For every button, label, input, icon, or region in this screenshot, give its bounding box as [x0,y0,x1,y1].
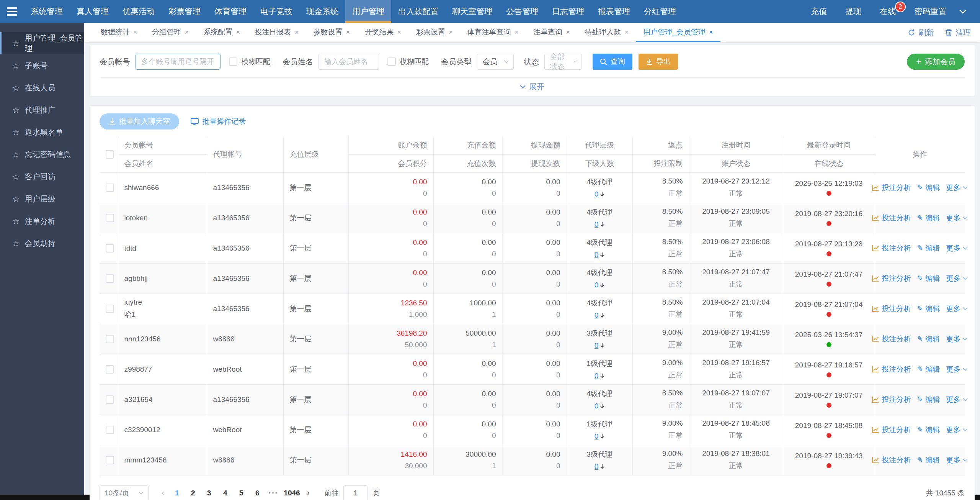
sidebar-item[interactable]: ☆ 在线人员 [0,77,84,99]
tab[interactable]: 投注日报表 × [247,23,306,42]
status-select[interactable]: 全部状态 [544,54,582,70]
row-checkbox[interactable] [106,365,114,374]
goto-page-input[interactable] [343,485,368,500]
sidebar-item[interactable]: ☆ 忘记密码信息 [0,143,84,166]
sidebar-item[interactable]: ☆ 用户管理_会员管理 [0,32,84,54]
sidebar-item[interactable]: ☆ 子账号 [0,54,84,77]
bet-analysis-link[interactable]: 投注分析 [872,334,911,344]
more-link[interactable]: 更多 [946,243,968,253]
edit-link[interactable]: ✎ 编辑 [917,213,940,223]
edit-link[interactable]: ✎ 编辑 [917,183,940,193]
page-number-button[interactable]: 6 [249,485,265,500]
nav-item[interactable]: 聊天室管理 [445,0,499,23]
bet-analysis-link[interactable]: 投注分析 [872,274,911,284]
row-checkbox[interactable] [106,214,114,222]
more-link[interactable]: 更多 [946,274,968,284]
tab[interactable]: 系统配置 × [196,23,247,42]
bet-analysis-link[interactable]: 投注分析 [872,243,911,253]
page-number-button[interactable]: 1 [169,485,185,500]
subordinates-link[interactable]: 0 [595,462,605,471]
user-dropdown-toggle[interactable] [956,0,970,23]
batch-join-chat-button[interactable]: 批量加入聊天室 [100,113,179,130]
edit-link[interactable]: ✎ 编辑 [917,274,940,284]
page-number-button[interactable]: 3 [201,485,217,500]
tab[interactable]: 开奖结果 × [358,23,409,42]
nav-item[interactable]: 公告管理 [499,0,545,23]
more-link[interactable]: 更多 [946,425,968,435]
nav-item[interactable]: 优惠活动 [116,0,162,23]
nav-right-item[interactable]: 密码重置 [905,0,956,23]
tab[interactable]: 彩票设置 × [409,23,460,42]
nav-item[interactable]: 真人管理 [70,0,116,23]
nav-item[interactable]: 体育管理 [207,0,253,23]
close-icon[interactable]: × [449,28,453,36]
hamburger-menu-icon[interactable] [0,0,24,23]
close-icon[interactable]: × [566,28,570,36]
close-icon[interactable]: × [346,28,350,36]
bet-analysis-link[interactable]: 投注分析 [872,395,911,405]
edit-link[interactable]: ✎ 编辑 [917,364,940,374]
bet-analysis-link[interactable]: 投注分析 [872,183,911,193]
more-link[interactable]: 更多 [946,395,968,405]
close-icon[interactable]: × [709,28,713,36]
member-account-input[interactable] [136,54,220,70]
tab[interactable]: 参数设置 × [306,23,357,42]
tab[interactable]: 体育注单查询 × [460,23,526,42]
subordinates-link[interactable]: 0 [595,251,605,259]
subordinates-link[interactable]: 0 [595,432,605,441]
bet-analysis-link[interactable]: 投注分析 [872,304,911,314]
refresh-button[interactable]: 刷新 [908,28,934,38]
subordinates-link[interactable]: 0 [595,372,605,380]
edit-link[interactable]: ✎ 编辑 [917,304,940,314]
close-icon[interactable]: × [624,28,629,36]
fuzzy-match-checkbox[interactable] [229,57,237,66]
member-type-select[interactable]: 会员 [477,54,514,70]
bet-analysis-link[interactable]: 投注分析 [872,213,911,223]
edit-link[interactable]: ✎ 编辑 [917,425,940,435]
nav-item[interactable]: 彩票管理 [162,0,207,23]
nav-item[interactable]: 分红管理 [637,0,683,23]
subordinates-link[interactable]: 0 [595,281,605,289]
sidebar-item[interactable]: ☆ 注单分析 [0,210,84,232]
sidebar-item[interactable]: ☆ 用户层级 [0,188,84,210]
close-icon[interactable]: × [185,28,189,36]
subordinates-link[interactable]: 0 [595,402,605,410]
close-icon[interactable]: × [133,28,137,36]
more-link[interactable]: 更多 [946,334,968,344]
edit-link[interactable]: ✎ 编辑 [917,455,940,465]
nav-item[interactable]: 日志管理 [545,0,591,23]
clear-tabs-button[interactable]: 清理 [945,28,971,38]
tab[interactable]: 注单查询 × [526,23,577,42]
batch-operation-log-link[interactable]: 批量操作记录 [191,116,246,126]
nav-right-item[interactable]: 在线 2 [871,0,905,23]
row-checkbox[interactable] [106,184,114,192]
row-checkbox[interactable] [106,426,114,434]
close-icon[interactable]: × [397,28,402,36]
page-number-button[interactable]: 1046 [281,485,302,500]
subordinates-link[interactable]: 0 [595,220,605,229]
row-checkbox[interactable] [106,395,114,404]
next-page-button[interactable]: › [302,488,314,498]
member-name-input[interactable] [318,54,379,70]
nav-right-item[interactable]: 充值 [802,0,836,23]
more-link[interactable]: 更多 [946,364,968,374]
row-checkbox[interactable] [106,335,114,343]
bet-analysis-link[interactable]: 投注分析 [872,425,911,435]
nav-right-item[interactable]: 提现 [836,0,871,23]
edit-link[interactable]: ✎ 编辑 [917,395,940,405]
export-button[interactable]: 导出 [639,54,678,70]
bet-analysis-link[interactable]: 投注分析 [872,455,911,465]
edit-link[interactable]: ✎ 编辑 [917,334,940,344]
more-link[interactable]: 更多 [946,183,968,193]
sidebar-item[interactable]: ☆ 客户回访 [0,166,84,188]
sidebar-item[interactable]: ☆ 返水黑名单 [0,121,84,143]
search-button[interactable]: 查询 [593,54,632,70]
page-number-button[interactable]: 2 [185,485,201,500]
more-link[interactable]: 更多 [946,304,968,314]
add-member-button[interactable]: + 添加会员 [907,54,965,70]
page-number-button[interactable]: 4 [217,485,233,500]
nav-item[interactable]: 出入款配置 [391,0,445,23]
page-size-select[interactable]: 10条/页 [100,485,149,500]
prev-page-button[interactable]: ‹ [157,488,169,498]
expand-filters-toggle[interactable]: 展开 [100,77,965,96]
